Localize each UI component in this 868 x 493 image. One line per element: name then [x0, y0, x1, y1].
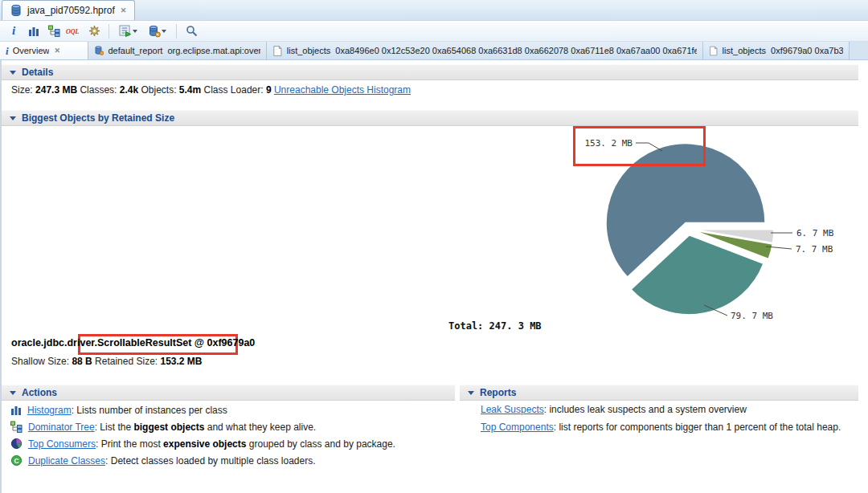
tab-default-report[interactable]: default_report org.eclipse.mat.api:overv… — [88, 42, 267, 59]
annotation-rect-pie-label — [573, 126, 706, 166]
editor-tab-title: java_pid70592.hprof — [27, 5, 115, 16]
slice-label-79mb: 79. 7 MB — [731, 311, 773, 321]
tab-label: list_objects 0xa8496e0 0x12c53e20 0xa654… — [287, 46, 697, 55]
dominator-tree-link[interactable]: Dominator Tree — [28, 422, 95, 433]
dominator-tree-icon[interactable] — [46, 23, 62, 39]
report-desc: : list reports for components bigger tha… — [554, 422, 841, 433]
size-label: Size: — [11, 84, 33, 96]
action-desc: grouped by class and by package. — [246, 438, 395, 450]
histogram-glyph — [28, 26, 39, 37]
toolbar-separator — [108, 24, 109, 39]
retained-size-label: Retained Size: — [95, 356, 158, 367]
editor-tab-hprof[interactable]: java_pid70592.hprof ✕ — [2, 0, 135, 20]
section-title: Details — [22, 67, 53, 78]
duplicate-classes-link[interactable]: Duplicate Classes — [28, 455, 105, 467]
search-glyph — [186, 25, 198, 37]
histogram-link[interactable]: Histogram — [27, 405, 72, 416]
top-consumers-link[interactable]: Top Consumers — [28, 438, 96, 450]
unreachable-objects-histogram-link[interactable]: Unreachable Objects Histogram — [274, 84, 411, 96]
section-title: Actions — [22, 387, 57, 398]
action-top-consumers: Top Consumers: Print the most expensive … — [10, 437, 395, 450]
section-title: Reports — [480, 387, 516, 398]
info-icon: i — [6, 46, 9, 56]
report-desc: : includes leak suspects and a system ov… — [544, 404, 747, 415]
toolbar: i OQL — [0, 21, 868, 42]
action-desc: : Detect classes loaded by multiple clas… — [105, 455, 315, 467]
retained-size-value: 153.2 MB — [160, 356, 202, 367]
pie-chart: 153. 2 MB 79. 7 MB 7. 7 MB 6. 7 MB Total… — [0, 126, 868, 332]
class-loader-label: Class Loader: — [204, 84, 264, 96]
run-expert-system-icon[interactable] — [86, 23, 102, 39]
chevron-down-icon — [162, 30, 166, 33]
slice-label-6mb: 6. 7 MB — [796, 228, 834, 238]
query-browser-icon[interactable] — [116, 23, 140, 39]
selected-object-sizes: Shallow Size: 88 B Retained Size: 153.2 … — [11, 356, 203, 367]
tab-label: Overview — [13, 46, 50, 55]
classes-value: 2.4k — [120, 84, 138, 96]
info-icon[interactable]: i — [6, 23, 22, 39]
action-dominator-tree: Dominator Tree: List the biggest objects… — [10, 420, 316, 434]
details-summary: Size: 247.3 MB Classes: 2.4k Objects: 5.… — [11, 84, 411, 96]
objects-value: 5.4m — [179, 84, 201, 96]
histogram-icon[interactable] — [26, 23, 42, 39]
action-desc: : Lists number of instances per class — [72, 405, 227, 416]
close-icon[interactable]: ✕ — [120, 6, 128, 14]
action-histogram: Histogram: Lists number of instances per… — [10, 403, 227, 417]
action-desc: and what they keep alive. — [204, 422, 316, 433]
collapse-arrow-icon[interactable] — [10, 116, 16, 120]
toolbar-separator — [176, 24, 177, 39]
collapse-arrow-icon[interactable] — [468, 391, 474, 395]
action-duplicate-classes: C Duplicate Classes: Detect classes load… — [10, 454, 316, 467]
svg-text:C: C — [14, 457, 18, 465]
dominator-tree-glyph — [48, 25, 60, 37]
page-tab-bar: i Overview ✕ default_report org.eclipse.… — [0, 42, 868, 60]
search-icon[interactable] — [183, 23, 199, 39]
gear-glyph — [88, 25, 100, 37]
heap-dump-gear-glyph — [148, 25, 161, 38]
section-reports[interactable]: Reports — [460, 385, 858, 401]
close-icon[interactable]: ✕ — [53, 47, 61, 55]
svg-text:OQL: OQL — [66, 28, 80, 35]
shallow-size-label: Shallow Size: — [11, 356, 69, 367]
histogram-icon — [10, 405, 22, 416]
section-title: Biggest Objects by Retained Size — [22, 112, 174, 124]
tab-overview[interactable]: i Overview ✕ — [0, 42, 88, 59]
leak-suspects-link[interactable]: Leak Suspects — [481, 404, 544, 415]
class-loader-value: 9 — [266, 84, 272, 96]
chevron-down-icon — [133, 30, 137, 33]
collapse-arrow-icon[interactable] — [10, 391, 16, 395]
slice-label-7mb: 7. 7 MB — [796, 244, 833, 255]
selected-object-name: oracle.jdbc.driver.ScrollableResultSet @… — [11, 337, 255, 348]
action-desc-bold: expensive objects — [163, 438, 246, 450]
collapse-arrow-icon[interactable] — [10, 71, 16, 75]
oql-icon[interactable]: OQL — [66, 23, 82, 39]
section-biggest-objects[interactable]: Biggest Objects by Retained Size — [2, 110, 858, 126]
editor-tab-bar: java_pid70592.hprof ✕ — [0, 0, 868, 21]
info-glyph: i — [12, 25, 15, 37]
pie-total-label: Total: 247. 3 MB — [448, 320, 542, 332]
oql-glyph: OQL — [66, 26, 82, 36]
tab-label: default_report org.eclipse.mat.api:overv… — [108, 46, 260, 55]
tab-list-objects-1[interactable]: list_objects 0xa8496e0 0x12c53e20 0xa654… — [267, 42, 703, 59]
action-desc: : Print the most — [96, 438, 163, 450]
query-browser-glyph — [119, 25, 132, 37]
heap-dump-icon — [10, 4, 23, 17]
action-desc: : List the — [95, 422, 134, 433]
section-details[interactable]: Details — [2, 64, 858, 80]
tab-list-objects-2[interactable]: list_objects 0xf9679a0 0xa7b3c30 — [703, 42, 850, 59]
shallow-size-value: 88 B — [72, 356, 92, 367]
tab-label: list_objects 0xf9679a0 0xa7b3c30 — [723, 46, 843, 55]
action-desc-bold: biggest objects — [133, 422, 204, 433]
top-consumers-icon — [10, 438, 23, 450]
mat-overview-window: java_pid70592.hprof ✕ i OQL — [0, 0, 868, 493]
objects-label: Objects: — [141, 84, 176, 96]
report-icon — [94, 45, 104, 56]
section-actions[interactable]: Actions — [2, 385, 455, 401]
report-top-components: Top Components: list reports for compone… — [481, 422, 841, 433]
file-icon — [709, 45, 719, 57]
heap-dump-actions-icon[interactable] — [144, 23, 170, 39]
classes-label: Classes: — [80, 84, 117, 96]
size-value: 247.3 MB — [35, 84, 77, 96]
top-components-link[interactable]: Top Components — [481, 422, 554, 433]
duplicate-classes-icon: C — [10, 454, 23, 467]
